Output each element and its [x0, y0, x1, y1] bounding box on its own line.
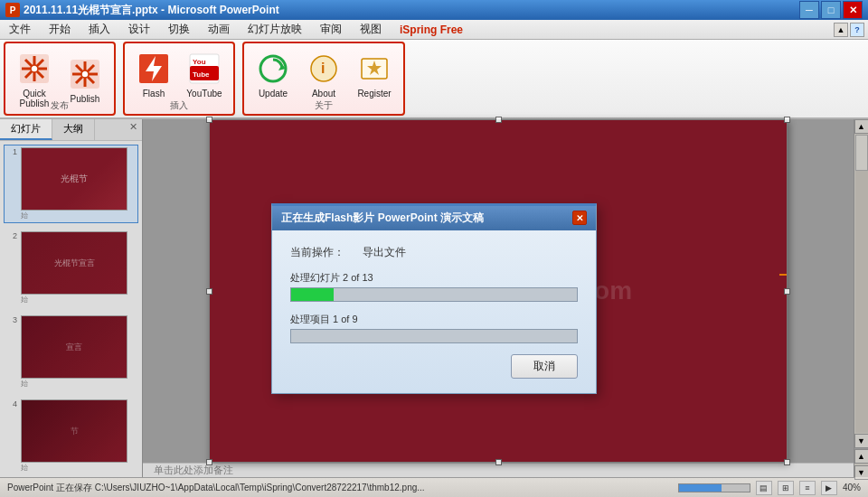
menu-review[interactable]: 审阅 [311, 20, 351, 40]
publish-icon [67, 56, 103, 92]
ribbon-section-insert: Flash You Tube YouTube 插入 [123, 42, 235, 116]
register-label: Register [357, 89, 391, 98]
svg-text:i: i [321, 61, 325, 76]
content-area: 幻灯片 大纲 ✕ 1 光棍节 始 2 光棍节宣言 [0, 119, 868, 477]
publish-section-label: 发布 [5, 99, 114, 112]
minimize-button[interactable]: ─ [799, 1, 819, 19]
dialog-btn-row: 取消 [290, 354, 578, 379]
title-bar: P 2011.11.11光棍节宣言.pptx - Microsoft Power… [0, 0, 868, 20]
ribbon-section-publish: QuickPublish Publish 发布 [4, 42, 116, 116]
current-action-row: 当前操作： 导出文件 [290, 245, 578, 260]
ribbon-collapse-btn[interactable]: ▲ [834, 23, 848, 37]
help-btn[interactable]: ? [850, 23, 864, 37]
dialog-title-text: 正在生成Flash影片 PowerPoint 演示文稿 [281, 211, 484, 226]
flash-button[interactable]: Flash [130, 47, 177, 102]
close-button[interactable]: ✕ [843, 1, 863, 19]
app-icon: P [5, 3, 20, 17]
title-controls: ─ □ ✕ [799, 1, 863, 19]
current-action-label: 当前操作： [290, 245, 363, 260]
menu-design[interactable]: 设计 [119, 20, 159, 40]
svg-text:You: You [193, 58, 206, 66]
svg-point-11 [81, 70, 89, 78]
register-icon [356, 51, 392, 87]
cancel-button[interactable]: 取消 [511, 354, 578, 379]
menu-bar: 文件 开始 插入 设计 切换 动画 幻灯片放映 审阅 视图 iSpring Fr… [0, 20, 868, 40]
menu-view[interactable]: 视图 [351, 20, 391, 40]
status-progress-bar [678, 483, 750, 492]
title-bar-left: P 2011.11.11光棍节宣言.pptx - Microsoft Power… [5, 3, 279, 18]
youtube-label: YouTube [186, 89, 222, 98]
slides-progress-label: 处理幻灯片 2 of 13 [290, 271, 578, 285]
menu-ispring[interactable]: iSpring Free [391, 20, 472, 40]
youtube-button[interactable]: You Tube YouTube [181, 47, 228, 102]
view-reading-btn[interactable]: ≡ [799, 481, 816, 495]
dialog-close-button[interactable]: ✕ [572, 211, 587, 225]
menu-slideshow[interactable]: 幻灯片放映 [239, 20, 311, 40]
ribbon-section-about: Update i About Register [242, 42, 405, 116]
view-slideshow-btn[interactable]: ▶ [821, 481, 837, 495]
svg-point-5 [31, 65, 38, 72]
about-label: About [312, 89, 335, 98]
update-icon [255, 51, 291, 87]
slides-progress-fill [291, 288, 334, 301]
flash-label: Flash [143, 89, 165, 98]
menu-animation[interactable]: 动画 [199, 20, 239, 40]
slides-progress-container: 处理幻灯片 2 of 13 [290, 271, 578, 302]
maximize-button[interactable]: □ [821, 1, 841, 19]
status-right: ▤ ⊞ ≡ ▶ 40% [678, 481, 861, 495]
status-bar: PowerPoint 正在保存 C:\Users\JIUZHO~1\AppDat… [0, 477, 868, 497]
ribbon: QuickPublish Publish 发布 [0, 40, 868, 119]
insert-section-label: 插入 [125, 99, 233, 112]
about-button[interactable]: i About [300, 47, 347, 102]
quick-publish-icon [16, 51, 52, 87]
about-icon: i [306, 51, 342, 87]
slides-progress-bar [290, 287, 578, 302]
menu-file[interactable]: 文件 [0, 20, 40, 40]
svg-text:Tube: Tube [193, 70, 210, 79]
dialog-overlay: 正在生成Flash影片 PowerPoint 演示文稿 ✕ 当前操作： 导出文件… [0, 119, 868, 477]
items-progress-container: 处理项目 1 of 9 [290, 313, 578, 343]
items-progress-bar [290, 329, 578, 343]
view-normal-btn[interactable]: ▤ [756, 481, 772, 495]
zoom-label: 40% [843, 483, 861, 492]
ribbon-buttons-publish: QuickPublish Publish [11, 47, 108, 125]
status-text: PowerPoint 正在保存 C:\Users\JIUZHO~1\AppDat… [7, 482, 678, 494]
register-button[interactable]: Register [351, 47, 398, 102]
menu-transition[interactable]: 切换 [159, 20, 199, 40]
youtube-icon: You Tube [186, 51, 222, 87]
update-label: Update [259, 89, 288, 98]
update-button[interactable]: Update [250, 47, 297, 102]
dialog-title-bar: 正在生成Flash影片 PowerPoint 演示文稿 ✕ [272, 206, 596, 230]
status-progress-fill [679, 484, 722, 492]
flash-icon [136, 51, 172, 87]
menu-insert[interactable]: 插入 [80, 20, 119, 40]
current-action-value: 导出文件 [363, 245, 406, 260]
view-slide-btn[interactable]: ⊞ [778, 481, 794, 495]
dialog-body: 当前操作： 导出文件 处理幻灯片 2 of 13 处理项目 1 of 9 [272, 230, 596, 393]
items-progress-label: 处理项目 1 of 9 [290, 313, 578, 326]
progress-dialog: 正在生成Flash影片 PowerPoint 演示文稿 ✕ 当前操作： 导出文件… [271, 203, 597, 394]
title-text: 2011.11.11光棍节宣言.pptx - Microsoft PowerPo… [24, 3, 279, 18]
about-section-label: 关于 [244, 99, 403, 112]
menu-home[interactable]: 开始 [40, 20, 80, 40]
